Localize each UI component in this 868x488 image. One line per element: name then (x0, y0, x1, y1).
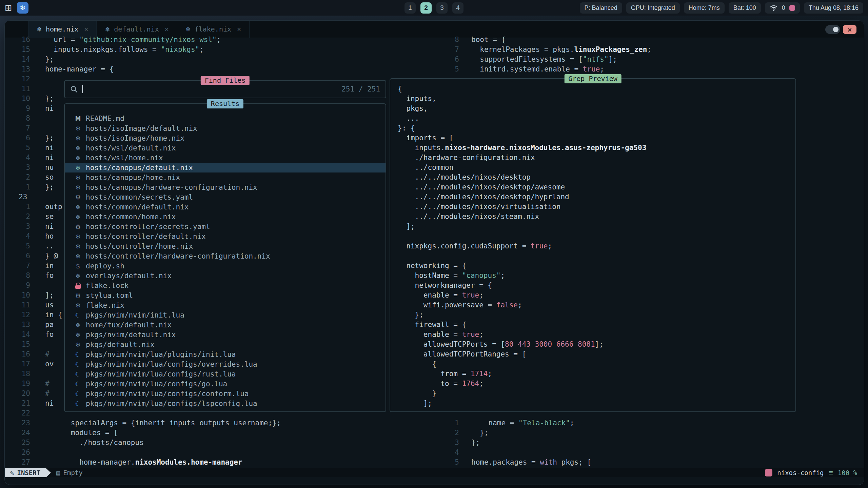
file-row[interactable]: ❄pkgs/default.nix (65, 340, 386, 349)
window-close-button[interactable]: × (843, 25, 856, 34)
line-number: 5 (19, 241, 30, 251)
preview-line (398, 231, 795, 241)
line-number: 8 (19, 271, 30, 281)
buffer-icon: ▤ (56, 469, 60, 476)
code-line[interactable]: 7 kernelPackages = pkgs.linuxPackages_ze… (448, 45, 651, 55)
search-input[interactable] (87, 85, 337, 94)
file-name: hosts/canopus/hardware-configuration.nix (86, 183, 257, 191)
code-line[interactable]: 4 (448, 448, 591, 458)
scroll-icon: ≡ (829, 468, 833, 477)
code-token: so (45, 173, 54, 181)
code-text: home-manager = { (45, 65, 114, 73)
file-row[interactable]: ⚙hosts/common/secrets.yaml (65, 192, 386, 202)
code-line[interactable]: 6 supportedFilesystems = ["ntfs"]; (448, 55, 651, 64)
status-gpu: GPU: Integrated (626, 2, 680, 14)
file-row[interactable]: $deploy.sh (65, 261, 386, 271)
file-row[interactable]: ☾pkgs/nvim/nvim/lua/configs/overrides.lu… (65, 359, 386, 369)
file-row[interactable]: ⚙hosts/controller/secrets.yaml (65, 222, 386, 231)
system-tray[interactable]: 0 (765, 2, 800, 14)
file-row[interactable]: flake.lock (65, 281, 386, 290)
workspace-4[interactable]: 4 (452, 2, 463, 14)
code-line[interactable]: 16 url = "github:nix-community/nixos-wsl… (19, 35, 281, 45)
file-row[interactable]: ❄hosts/common/home.nix (65, 212, 386, 222)
code-token: inputs. (398, 144, 445, 152)
file-row[interactable]: ❄hosts/controller/default.nix (65, 231, 386, 241)
code-line[interactable]: 15 inputs.nixpkgs.follows = "nixpkgs"; (19, 45, 281, 55)
code-line[interactable]: 25 ./hosts/canopus (19, 438, 281, 448)
mode-separator (46, 468, 51, 477)
code-token: outp (45, 203, 62, 211)
code-token: ov (45, 360, 54, 368)
file-name: stylua.toml (86, 291, 133, 300)
file-row[interactable]: ☾pkgs/nvim/nvim/init.lua (65, 310, 386, 320)
preview-line: ../../modules/nixos/desktop (398, 172, 795, 182)
file-row[interactable]: ❄hosts/controller/home.nix (65, 241, 386, 251)
code-text: modules = [ (45, 429, 118, 437)
code-token: fo (45, 330, 54, 339)
tab-close-icon[interactable]: × (237, 25, 241, 33)
workspace-1[interactable]: 1 (405, 2, 416, 14)
lua-file-icon: ☾ (74, 390, 82, 398)
file-row[interactable]: ❄home/tux/default.nix (65, 320, 386, 330)
lua-file-icon: ☾ (74, 380, 82, 388)
preview-line: ../../modules/nixos/steam.nix (398, 212, 795, 222)
code-token: 80 443 3000 6666 8081 (505, 340, 595, 348)
code-line[interactable]: 27 home-manager.nixosModules.home-manage… (19, 458, 281, 467)
workspace-2[interactable]: 2 (420, 2, 432, 14)
code-token: ../../modules/nixos/desktop/awesome (398, 183, 565, 191)
file-row[interactable]: ☾pkgs/nvim/nvim/lua/configs/rust.lua (65, 369, 386, 379)
code-token: true (531, 242, 548, 250)
finder-title: Find Files (201, 76, 250, 85)
file-row[interactable]: ☾pkgs/nvim/nvim/lua/configs/go.lua (65, 379, 386, 389)
tab-close-icon[interactable]: × (165, 25, 169, 33)
file-row[interactable]: ☾pkgs/nvim/nvim/lua/configs/lspconfig.lu… (65, 399, 386, 408)
file-row[interactable]: MREADME.md (65, 114, 386, 123)
code-line[interactable]: 23 specialArgs = {inherit inputs outputs… (19, 418, 281, 428)
code-line[interactable]: 13home-manager = { (19, 64, 281, 74)
nixos-logo-icon[interactable]: ❄ (17, 2, 28, 14)
code-token: url = (45, 36, 79, 44)
file-row[interactable]: ❄pkgs/nvim/default.nix (65, 330, 386, 340)
code-line[interactable]: 3}; (448, 438, 591, 448)
repo-name: nixos-config (777, 469, 824, 476)
code-token: ./hosts/canopus (45, 439, 144, 447)
code-line[interactable]: 24 modules = [ (19, 428, 281, 438)
window-pin-toggle[interactable] (825, 25, 840, 34)
file-row[interactable]: ❄hosts/isoImage/default.nix (65, 123, 386, 133)
file-row[interactable]: ❄overlays/default.nix (65, 271, 386, 281)
file-row[interactable]: ❄hosts/controller/hardware-configuration… (65, 251, 386, 261)
workspace-3[interactable]: 3 (436, 2, 448, 14)
file-row[interactable]: ⚙stylua.toml (65, 290, 386, 300)
app-launcher-icon[interactable]: ⊞ (5, 3, 12, 12)
line-number: 22 (19, 408, 30, 418)
code-token: networking = { (398, 262, 466, 270)
preview-line: enable = true; (398, 330, 795, 340)
find-files-prompt[interactable]: Find Files 251 / 251 (64, 80, 386, 98)
file-row[interactable]: ❄hosts/canopus/default.nix (65, 163, 386, 172)
code-token: inputs, (398, 95, 436, 103)
file-row[interactable]: ❄hosts/common/default.nix (65, 202, 386, 212)
tab-close-icon[interactable]: × (84, 25, 88, 33)
code-line[interactable]: 26 (19, 448, 281, 458)
file-row[interactable]: ❄hosts/wsl/home.nix (65, 153, 386, 163)
file-row[interactable]: ☾pkgs/nvim/nvim/lua/configs/conform.lua (65, 389, 386, 399)
code-text: from = 1714; (398, 370, 492, 378)
file-row[interactable]: ❄hosts/canopus/home.nix (65, 172, 386, 182)
code-token: allowedTCPPorts = [ (398, 340, 505, 348)
code-line[interactable]: 8boot = { (448, 35, 651, 45)
line-number: 3 (448, 438, 459, 448)
file-row[interactable]: ❄hosts/wsl/default.nix (65, 143, 386, 153)
preview-line (398, 251, 795, 261)
code-token: modules = [ (45, 429, 118, 437)
file-row[interactable]: ❄flake.nix (65, 300, 386, 310)
code-line[interactable]: 2 }; (448, 428, 591, 438)
code-line[interactable]: 5home.packages = with pkgs; [ (448, 458, 591, 467)
file-row[interactable]: ☾pkgs/nvim/nvim/lua/plugins/init.lua (65, 349, 386, 359)
code-text: initrd.systemd.enable = true; (471, 65, 604, 73)
file-row[interactable]: ❄hosts/isoImage/home.nix (65, 133, 386, 143)
code-line[interactable]: 5 initrd.systemd.enable = true; (448, 64, 651, 74)
code-token: to = (398, 380, 462, 388)
file-row[interactable]: ❄hosts/canopus/hardware-configuration.ni… (65, 182, 386, 192)
code-line[interactable]: 14}; (19, 55, 281, 64)
code-line[interactable]: 1 name = "Tela-black"; (448, 418, 591, 428)
